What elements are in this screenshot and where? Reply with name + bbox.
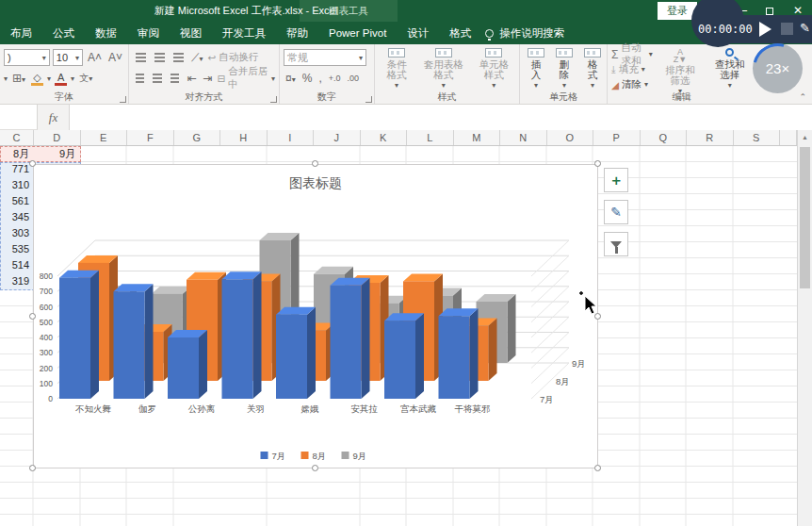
find-select-button[interactable]: 查找和选择 ▾ (707, 47, 752, 91)
clear-button[interactable]: ◢清除▾ (611, 77, 653, 91)
tab-格式[interactable]: 格式 (439, 22, 481, 44)
font-dialog-launcher-icon[interactable] (120, 96, 126, 103)
column-header-O[interactable]: O (547, 130, 594, 145)
comma-style-icon[interactable]: , (317, 72, 323, 85)
pencil-icon[interactable]: ✎ (800, 21, 810, 35)
play-icon[interactable] (759, 22, 771, 37)
align-right-icon[interactable] (171, 74, 179, 75)
tab-公式[interactable]: 公式 (42, 22, 85, 44)
column-header-H[interactable]: H (220, 130, 268, 145)
conditional-formatting-button[interactable]: 条件格式 ▾ (379, 47, 414, 91)
chart-styles-button[interactable]: ✎ (604, 200, 628, 224)
orientation-icon[interactable]: ⟋▾ (189, 51, 204, 64)
column-header-F[interactable]: F (127, 130, 174, 145)
chart-handle-top-right[interactable] (594, 160, 601, 167)
column-header-R[interactable]: R (687, 130, 734, 145)
sort-filter-button[interactable]: AZ▼ 排序和筛选 ▾ (658, 47, 703, 91)
chart[interactable]: 0100200300400500600700800不知火舞伽罗公孙离关羽嫦娥安其… (33, 164, 598, 468)
column-header-C[interactable]: C (0, 130, 34, 145)
accounting-format-icon[interactable]: ¤▾ (284, 72, 298, 85)
column-header-M[interactable]: M (454, 130, 501, 145)
tell-me-search[interactable]: 操作说明搜索 (485, 26, 564, 41)
decrease-decimal-icon[interactable]: .00 (345, 74, 361, 83)
fill-button[interactable]: ⤓填充▾ (611, 62, 653, 76)
column-header-P[interactable]: P (593, 130, 641, 145)
autosum-button[interactable]: Σ自动求和▾ (611, 47, 653, 61)
decrease-font-icon[interactable]: A˅ (106, 51, 124, 64)
tab-数据[interactable]: 数据 (85, 22, 127, 44)
column-header-K[interactable]: K (361, 130, 408, 145)
chart-handle-top-mid[interactable] (312, 160, 318, 167)
column-header-S[interactable]: S (734, 130, 781, 145)
cell-C3[interactable]: 310 (0, 178, 32, 194)
percent-style-icon[interactable]: % (300, 72, 315, 85)
cell-C6[interactable]: 303 (0, 226, 32, 242)
number-dialog-launcher-icon[interactable] (365, 96, 372, 103)
cell-C7[interactable]: 535 (0, 242, 32, 258)
cell-C9[interactable]: 319 (0, 274, 32, 290)
chart-elements-button[interactable]: ＋ (604, 168, 628, 192)
decrease-indent-icon[interactable]: ⇤ (185, 72, 198, 85)
tab-设计[interactable]: 设计 (397, 22, 439, 44)
tab-开发工具[interactable]: 开发工具 (212, 22, 276, 44)
align-left-icon[interactable] (136, 74, 144, 75)
cell-C2[interactable]: 771 (0, 162, 32, 178)
fill-color-icon[interactable]: ◇ (30, 72, 44, 86)
align-middle-icon[interactable] (154, 53, 165, 55)
scrollbar-thumb[interactable] (800, 147, 810, 288)
align-center-icon[interactable] (153, 74, 161, 75)
vertical-scrollbar[interactable]: ▲ (797, 130, 812, 526)
cell-C1[interactable]: 8月 (0, 146, 32, 162)
cell-D1[interactable]: 9月 (34, 146, 78, 162)
font-size-combo[interactable]: 10▾ (53, 49, 83, 66)
collapse-ribbon-icon[interactable]: ⌃ (799, 92, 806, 102)
cell-C4[interactable]: 561 (0, 194, 32, 210)
tab-Power Pivot[interactable]: Power Pivot (318, 22, 397, 44)
align-top-icon[interactable] (136, 53, 146, 55)
chart-handle-top-left[interactable] (29, 160, 36, 167)
alignment-dialog-launcher-icon[interactable] (270, 96, 277, 103)
cell-C8[interactable]: 514 (0, 258, 32, 274)
number-format-combo[interactable]: 常规▾ (284, 49, 366, 66)
column-header-L[interactable]: L (407, 130, 454, 145)
chart-filters-button[interactable] (604, 232, 628, 256)
delete-cells-button[interactable]: 删除 ▾ (552, 47, 577, 91)
tab-视图[interactable]: 视图 (170, 22, 212, 44)
cell-styles-button[interactable]: 单元格样式 ▾ (472, 47, 515, 91)
tab-帮助[interactable]: 帮助 (276, 22, 318, 44)
borders-icon[interactable]: ⊞▾ (10, 72, 27, 85)
phonetic-guide-icon[interactable]: 文▾ (77, 72, 94, 85)
column-header-G[interactable]: G (174, 130, 221, 145)
name-box[interactable] (0, 105, 38, 130)
tab-审阅[interactable]: 审阅 (127, 22, 170, 44)
column-header-E[interactable]: E (81, 130, 128, 145)
chevron-down-icon[interactable]: ▾ (4, 74, 8, 83)
font-color-icon[interactable]: A (54, 72, 68, 86)
align-bottom-icon[interactable] (173, 53, 184, 55)
chart-handle-bottom-right[interactable] (594, 465, 601, 471)
chart-handle-bottom-left[interactable] (29, 465, 36, 471)
column-header-N[interactable]: N (500, 130, 547, 145)
chart-handle-bottom-mid[interactable] (312, 465, 318, 471)
column-header-D[interactable]: D (34, 130, 81, 145)
fx-icon[interactable]: fx (38, 105, 70, 130)
column-header-I[interactable]: I (268, 130, 315, 145)
format-cells-button[interactable]: 格式 ▾ (580, 47, 605, 91)
column-header-Q[interactable]: Q (641, 130, 688, 145)
tab-布局[interactable]: 布局 (0, 22, 42, 44)
chart-handle-mid-left[interactable] (29, 313, 36, 320)
format-as-table-button[interactable]: 套用表格格式 ▾ (418, 47, 468, 91)
increase-indent-icon[interactable]: ⇥ (201, 72, 214, 85)
font-name-combo[interactable]: )▾ (4, 49, 50, 66)
merge-center-button[interactable]: ⊟合并后居中▾ (218, 72, 275, 86)
scroll-up-icon[interactable]: ▲ (798, 130, 812, 145)
formula-input[interactable] (70, 105, 812, 130)
stop-icon[interactable] (781, 23, 793, 35)
format-cells-icon (584, 48, 601, 58)
cell-C5[interactable]: 345 (0, 210, 32, 226)
insert-cells-button[interactable]: 插入 ▾ (524, 47, 548, 91)
increase-decimal-icon[interactable]: +.0 (327, 74, 343, 83)
increase-font-icon[interactable]: A˄ (86, 51, 104, 64)
wrap-text-button[interactable]: ↩自动换行 (207, 51, 258, 65)
column-header-J[interactable]: J (314, 130, 361, 145)
